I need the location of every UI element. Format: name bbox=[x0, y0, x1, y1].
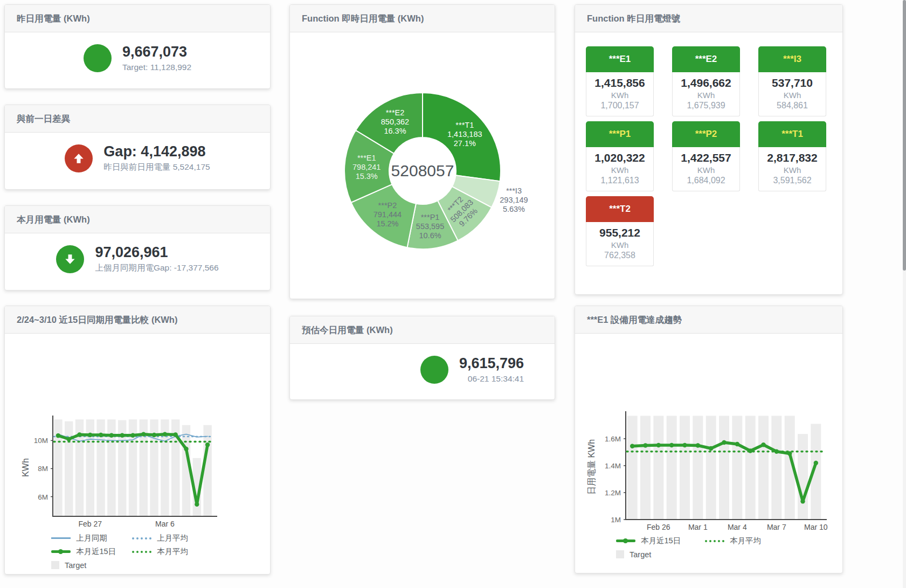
card-title: Function 即時日用電量 (KWh) bbox=[290, 5, 555, 32]
tile-header-label: ***T1 bbox=[758, 121, 826, 147]
legend-label: 上月同期 bbox=[76, 533, 107, 543]
card-gap-previous-day: 與前一日差異 Gap: 4,142,898 昨日與前日用電量 5,524,175 bbox=[4, 105, 271, 190]
y-tick-label: 1.2M bbox=[605, 489, 621, 497]
series-point bbox=[722, 440, 726, 445]
tile-value: 537,710 bbox=[759, 77, 826, 89]
status-tile-E1: ***E1 1,415,856 KWh 1,700,157 bbox=[586, 46, 654, 116]
card-title: 昨日用電量 (KWh) bbox=[5, 5, 270, 32]
series-point bbox=[174, 432, 178, 437]
dashboard-page: 昨日用電量 (KWh) 9,667,073 Target: 11,128,992… bbox=[0, 0, 906, 588]
kpi-value: Gap: 4,142,898 bbox=[103, 144, 210, 160]
x-tick-label: Mar 10 bbox=[804, 523, 828, 531]
tile-target-value: 762,358 bbox=[586, 251, 653, 260]
series-point bbox=[643, 443, 647, 447]
series-point bbox=[141, 432, 146, 436]
scrollbar-thumb[interactable] bbox=[903, 0, 906, 271]
target-bar bbox=[771, 416, 781, 520]
y-tick-label: 10M bbox=[34, 437, 48, 445]
legend-item: 本月近15日 bbox=[616, 534, 705, 548]
target-bar bbox=[719, 416, 729, 520]
legend-item: 本月平均 bbox=[705, 534, 802, 548]
legend-label: Target bbox=[65, 561, 86, 570]
status-tile-I3: ***I3 537,710 KWh 584,861 bbox=[758, 46, 826, 116]
kpi-row: 97,026,961 上個月同期用電Gap: -17,377,566 bbox=[56, 245, 218, 274]
tile-target-value: 584,861 bbox=[759, 101, 826, 110]
kpi-text: 9,667,073 Target: 11,128,992 bbox=[122, 44, 191, 72]
y-tick-label: 1.6M bbox=[605, 435, 621, 443]
realtime-usage-donut-chart: ***T11,413,18327.1%***I3293,1495.63%***T… bbox=[290, 32, 555, 291]
target-bar bbox=[653, 416, 663, 520]
card-title: 2/24~3/10 近15日同期用電量比較 (KWh) bbox=[5, 306, 270, 334]
legend-item: 上月同期 bbox=[51, 531, 132, 545]
kpi-row: 9,667,073 Target: 11,128,992 bbox=[84, 44, 191, 72]
series-point bbox=[163, 432, 167, 436]
target-bar bbox=[667, 416, 677, 520]
legend-swatch-dots bbox=[132, 551, 151, 553]
x-tick-label: Mar 6 bbox=[155, 520, 175, 528]
card-body: 9,667,073 Target: 11,128,992 bbox=[5, 32, 270, 84]
tile-value: 955,212 bbox=[586, 226, 653, 239]
tile-body: 2,817,832 KWh 3,591,562 bbox=[758, 147, 826, 191]
series-point bbox=[814, 461, 818, 465]
tile-unit-label: KWh bbox=[759, 91, 826, 100]
legend-swatch-thick-line bbox=[616, 539, 635, 542]
series-point bbox=[77, 432, 81, 437]
series-point bbox=[709, 446, 713, 451]
y-tick-label: 8M bbox=[38, 465, 48, 473]
legend-label: 本月平均 bbox=[730, 536, 761, 546]
e1-trend-chart: 1M1.2M1.4M1.6MFeb 26Mar 1Mar 4Mar 7Mar 1… bbox=[580, 410, 839, 533]
card-body: 97,026,961 上個月同期用電Gap: -17,377,566 bbox=[5, 233, 270, 285]
series-point bbox=[120, 433, 125, 438]
legend-label: 本月近15日 bbox=[641, 536, 681, 546]
tile-body: 1,415,856 KWh 1,700,157 bbox=[586, 72, 654, 116]
tile-body: 1,422,557 KWh 1,684,092 bbox=[672, 147, 740, 191]
y-tick-label: 1.4M bbox=[605, 462, 621, 470]
tile-value: 2,817,832 bbox=[759, 151, 826, 164]
compare-chart-legend: 上月同期上月平均本月近15日本月平均Target bbox=[51, 531, 270, 572]
target-bar bbox=[706, 416, 716, 520]
target-bar bbox=[640, 416, 651, 520]
kpi-text: 97,026,961 上個月同期用電Gap: -17,377,566 bbox=[95, 245, 218, 274]
donut-slice-label: ***I3293,1495.63% bbox=[500, 186, 528, 213]
tile-unit-label: KWh bbox=[673, 91, 739, 100]
x-tick-label: Mar 7 bbox=[767, 523, 786, 531]
status-circle-icon bbox=[84, 44, 112, 72]
tile-unit-label: KWh bbox=[586, 91, 653, 100]
legend-label: 本月平均 bbox=[157, 547, 188, 557]
kpi-timestamp: 06-21 15:34:41 bbox=[459, 374, 524, 384]
compare-usage-chart: 6M8M10MFeb 27Mar 6KWh bbox=[12, 414, 239, 530]
legend-item: 上月平均 bbox=[132, 531, 229, 545]
scrollbar-track[interactable] bbox=[903, 0, 906, 588]
target-bar bbox=[732, 416, 742, 520]
target-bar bbox=[693, 416, 703, 520]
tile-target-value: 1,121,613 bbox=[586, 176, 653, 185]
series-point bbox=[630, 444, 634, 448]
tile-unit-label: KWh bbox=[586, 165, 653, 175]
legend-swatch-dots bbox=[132, 537, 151, 539]
legend-swatch-square bbox=[616, 550, 624, 558]
arrow-up-circle-icon bbox=[65, 144, 93, 172]
legend-label: 本月近15日 bbox=[76, 547, 116, 557]
card-title: 與前一日差異 bbox=[5, 105, 270, 133]
tile-target-value: 3,591,562 bbox=[759, 176, 826, 185]
arrow-down-circle-icon bbox=[56, 245, 84, 273]
card-body: 9,615,796 06-21 15:34:41 bbox=[290, 344, 555, 396]
card-title: ***E1 設備用電達成趨勢 bbox=[575, 306, 842, 334]
card-title: Function 昨日用電燈號 bbox=[575, 5, 842, 32]
legend-swatch-thick-line bbox=[51, 550, 71, 553]
kpi-row: Gap: 4,142,898 昨日與前日用電量 5,524,175 bbox=[65, 144, 210, 174]
tile-unit-label: KWh bbox=[586, 240, 653, 250]
series-point bbox=[195, 502, 199, 507]
legend-swatch-dots bbox=[705, 540, 724, 542]
kpi-row: 9,615,796 06-21 15:34:41 bbox=[420, 356, 524, 384]
right-column: Function 昨日用電燈號 ***E1 1,415,856 KWh 1,70… bbox=[575, 0, 843, 573]
tile-target-value: 1,700,157 bbox=[586, 101, 653, 110]
tile-unit-label: KWh bbox=[759, 165, 826, 175]
tile-body: 1,496,662 KWh 1,675,939 bbox=[672, 72, 740, 116]
arrow-down-icon bbox=[63, 252, 77, 266]
series-point bbox=[152, 433, 156, 437]
target-bar bbox=[798, 434, 808, 520]
kpi-text: Gap: 4,142,898 昨日與前日用電量 5,524,175 bbox=[103, 144, 210, 174]
arrow-up-icon bbox=[72, 151, 86, 165]
tile-body: 955,212 KWh 762,358 bbox=[586, 222, 654, 266]
